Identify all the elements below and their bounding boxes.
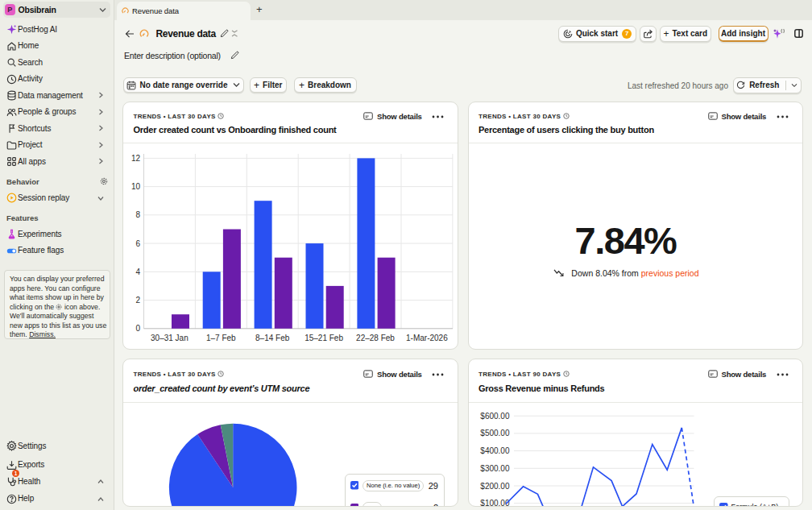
svg-text:22–28 Feb: 22–28 Feb [356,334,395,342]
svg-text:$500.00: $500.00 [480,429,510,437]
svg-text:6: 6 [135,239,140,248]
svg-text:8–14 Feb: 8–14 Feb [255,334,290,342]
svg-text:15–21 Feb: 15–21 Feb [304,334,343,342]
svg-text:$200.00: $200.00 [480,481,510,490]
svg-text:$600.00: $600.00 [480,411,510,420]
svg-text:0: 0 [135,324,140,333]
svg-text:$300.00: $300.00 [480,463,510,472]
svg-text:10: 10 [131,182,141,191]
svg-text:$100.00: $100.00 [480,499,510,507]
svg-text:1-Mar-2026: 1-Mar-2026 [406,334,448,342]
svg-text:$400.00: $400.00 [480,446,510,455]
svg-text:4: 4 [135,267,140,276]
svg-text:12: 12 [131,154,141,163]
svg-text:8: 8 [135,210,140,219]
svg-text:2: 2 [135,296,140,305]
svg-text:30–31 Jan: 30–31 Jan [151,334,188,342]
svg-text:1–7 Feb: 1–7 Feb [206,334,236,342]
